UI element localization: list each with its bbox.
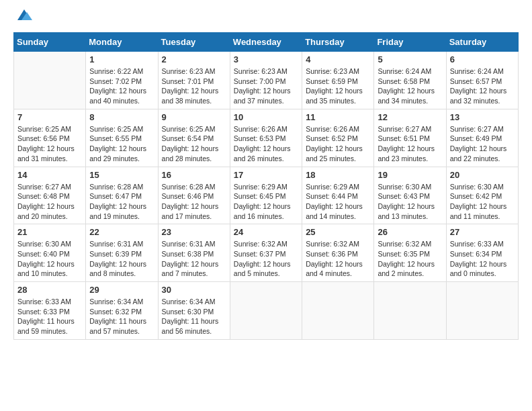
- calendar-cell: [446, 282, 518, 340]
- day-number: 30: [162, 285, 226, 295]
- calendar-week-row: 1Sunrise: 6:22 AM Sunset: 7:02 PM Daylig…: [14, 52, 519, 109]
- day-number: 9: [162, 112, 226, 122]
- day-info: Sunrise: 6:25 AM Sunset: 6:55 PM Dayligh…: [89, 124, 154, 164]
- calendar-cell: 1Sunrise: 6:22 AM Sunset: 7:02 PM Daylig…: [86, 52, 158, 109]
- calendar-week-row: 7Sunrise: 6:25 AM Sunset: 6:56 PM Daylig…: [14, 109, 519, 167]
- day-number: 16: [162, 170, 226, 180]
- day-info: Sunrise: 6:26 AM Sunset: 6:52 PM Dayligh…: [306, 124, 370, 164]
- day-info: Sunrise: 6:34 AM Sunset: 6:30 PM Dayligh…: [162, 297, 226, 336]
- weekday-header: Friday: [374, 33, 446, 52]
- day-number: 22: [89, 227, 154, 237]
- day-info: Sunrise: 6:26 AM Sunset: 6:53 PM Dayligh…: [234, 124, 298, 164]
- calendar-cell: 20Sunrise: 6:30 AM Sunset: 6:42 PM Dayli…: [446, 167, 518, 224]
- weekday-header: Wednesday: [230, 33, 302, 52]
- calendar-cell: 17Sunrise: 6:29 AM Sunset: 6:45 PM Dayli…: [230, 167, 302, 224]
- logo-icon: [15, 8, 34, 21]
- day-number: 6: [450, 54, 515, 64]
- calendar-cell: 8Sunrise: 6:25 AM Sunset: 6:55 PM Daylig…: [86, 109, 158, 167]
- day-number: 21: [17, 227, 82, 237]
- logo: [13, 13, 34, 21]
- day-number: 29: [89, 285, 154, 295]
- calendar-cell: 24Sunrise: 6:32 AM Sunset: 6:37 PM Dayli…: [230, 224, 302, 282]
- calendar-cell: 29Sunrise: 6:34 AM Sunset: 6:32 PM Dayli…: [86, 282, 158, 340]
- day-number: 14: [17, 170, 82, 180]
- day-number: 20: [450, 170, 515, 180]
- page-header: [13, 13, 519, 21]
- calendar-cell: 14Sunrise: 6:27 AM Sunset: 6:48 PM Dayli…: [14, 167, 86, 224]
- day-info: Sunrise: 6:30 AM Sunset: 6:43 PM Dayligh…: [378, 182, 442, 222]
- weekday-header: Sunday: [14, 33, 86, 52]
- day-number: 18: [306, 170, 370, 180]
- day-info: Sunrise: 6:31 AM Sunset: 6:38 PM Dayligh…: [162, 239, 226, 279]
- calendar-cell: 21Sunrise: 6:30 AM Sunset: 6:40 PM Dayli…: [14, 224, 86, 282]
- day-info: Sunrise: 6:25 AM Sunset: 6:54 PM Dayligh…: [162, 124, 226, 164]
- calendar-cell: 25Sunrise: 6:32 AM Sunset: 6:36 PM Dayli…: [302, 224, 374, 282]
- calendar-week-row: 28Sunrise: 6:33 AM Sunset: 6:33 PM Dayli…: [14, 282, 519, 340]
- day-info: Sunrise: 6:29 AM Sunset: 6:45 PM Dayligh…: [234, 182, 298, 222]
- calendar-cell: 5Sunrise: 6:24 AM Sunset: 6:58 PM Daylig…: [374, 52, 446, 109]
- calendar-week-row: 14Sunrise: 6:27 AM Sunset: 6:48 PM Dayli…: [14, 167, 519, 224]
- calendar-cell: 12Sunrise: 6:27 AM Sunset: 6:51 PM Dayli…: [374, 109, 446, 167]
- day-info: Sunrise: 6:23 AM Sunset: 7:00 PM Dayligh…: [234, 66, 298, 106]
- calendar-cell: 3Sunrise: 6:23 AM Sunset: 7:00 PM Daylig…: [230, 52, 302, 109]
- day-number: 27: [450, 227, 515, 237]
- day-number: 25: [306, 227, 370, 237]
- day-info: Sunrise: 6:22 AM Sunset: 7:02 PM Dayligh…: [89, 66, 154, 106]
- day-number: 10: [234, 112, 298, 122]
- calendar-cell: 6Sunrise: 6:24 AM Sunset: 6:57 PM Daylig…: [446, 52, 518, 109]
- calendar-cell: 9Sunrise: 6:25 AM Sunset: 6:54 PM Daylig…: [158, 109, 230, 167]
- weekday-header: Saturday: [446, 33, 518, 52]
- day-info: Sunrise: 6:24 AM Sunset: 6:58 PM Dayligh…: [378, 66, 442, 106]
- day-number: 12: [378, 112, 442, 122]
- calendar-cell: [14, 52, 86, 109]
- calendar-cell: 22Sunrise: 6:31 AM Sunset: 6:39 PM Dayli…: [86, 224, 158, 282]
- day-number: 7: [17, 112, 82, 122]
- day-number: 2: [162, 54, 226, 64]
- day-info: Sunrise: 6:28 AM Sunset: 6:47 PM Dayligh…: [89, 182, 154, 222]
- calendar-cell: 7Sunrise: 6:25 AM Sunset: 6:56 PM Daylig…: [14, 109, 86, 167]
- day-number: 1: [89, 54, 154, 64]
- calendar-cell: 13Sunrise: 6:27 AM Sunset: 6:49 PM Dayli…: [446, 109, 518, 167]
- weekday-header: Monday: [86, 33, 158, 52]
- day-number: 15: [89, 170, 154, 180]
- calendar-cell: 18Sunrise: 6:29 AM Sunset: 6:44 PM Dayli…: [302, 167, 374, 224]
- calendar-cell: [374, 282, 446, 340]
- day-number: 8: [89, 112, 154, 122]
- calendar-cell: 19Sunrise: 6:30 AM Sunset: 6:43 PM Dayli…: [374, 167, 446, 224]
- day-number: 24: [234, 227, 298, 237]
- day-info: Sunrise: 6:32 AM Sunset: 6:37 PM Dayligh…: [234, 239, 298, 279]
- day-info: Sunrise: 6:32 AM Sunset: 6:35 PM Dayligh…: [378, 239, 442, 279]
- calendar-cell: 15Sunrise: 6:28 AM Sunset: 6:47 PM Dayli…: [86, 167, 158, 224]
- day-number: 4: [306, 54, 370, 64]
- day-info: Sunrise: 6:27 AM Sunset: 6:48 PM Dayligh…: [17, 182, 82, 222]
- calendar-week-row: 21Sunrise: 6:30 AM Sunset: 6:40 PM Dayli…: [14, 224, 519, 282]
- calendar-cell: 2Sunrise: 6:23 AM Sunset: 7:01 PM Daylig…: [158, 52, 230, 109]
- day-info: Sunrise: 6:34 AM Sunset: 6:32 PM Dayligh…: [89, 297, 154, 336]
- day-number: 23: [162, 227, 226, 237]
- calendar-cell: 30Sunrise: 6:34 AM Sunset: 6:30 PM Dayli…: [158, 282, 230, 340]
- day-number: 3: [234, 54, 298, 64]
- calendar-cell: [230, 282, 302, 340]
- day-number: 26: [378, 227, 442, 237]
- calendar-cell: 26Sunrise: 6:32 AM Sunset: 6:35 PM Dayli…: [374, 224, 446, 282]
- day-info: Sunrise: 6:29 AM Sunset: 6:44 PM Dayligh…: [306, 182, 370, 222]
- day-info: Sunrise: 6:31 AM Sunset: 6:39 PM Dayligh…: [89, 239, 154, 279]
- calendar-cell: 27Sunrise: 6:33 AM Sunset: 6:34 PM Dayli…: [446, 224, 518, 282]
- day-number: 11: [306, 112, 370, 122]
- day-info: Sunrise: 6:23 AM Sunset: 6:59 PM Dayligh…: [306, 66, 370, 106]
- calendar-cell: [302, 282, 374, 340]
- day-info: Sunrise: 6:30 AM Sunset: 6:42 PM Dayligh…: [450, 182, 515, 222]
- calendar-cell: 10Sunrise: 6:26 AM Sunset: 6:53 PM Dayli…: [230, 109, 302, 167]
- calendar-cell: 4Sunrise: 6:23 AM Sunset: 6:59 PM Daylig…: [302, 52, 374, 109]
- day-info: Sunrise: 6:24 AM Sunset: 6:57 PM Dayligh…: [450, 66, 515, 106]
- day-number: 28: [17, 285, 82, 295]
- day-info: Sunrise: 6:23 AM Sunset: 7:01 PM Dayligh…: [162, 66, 226, 106]
- day-info: Sunrise: 6:30 AM Sunset: 6:40 PM Dayligh…: [17, 239, 82, 279]
- day-number: 17: [234, 170, 298, 180]
- day-info: Sunrise: 6:32 AM Sunset: 6:36 PM Dayligh…: [306, 239, 370, 279]
- day-info: Sunrise: 6:27 AM Sunset: 6:49 PM Dayligh…: [450, 124, 515, 164]
- day-number: 5: [378, 54, 442, 64]
- weekday-header: Thursday: [302, 33, 374, 52]
- weekday-header-row: SundayMondayTuesdayWednesdayThursdayFrid…: [14, 33, 519, 52]
- day-info: Sunrise: 6:27 AM Sunset: 6:51 PM Dayligh…: [378, 124, 442, 164]
